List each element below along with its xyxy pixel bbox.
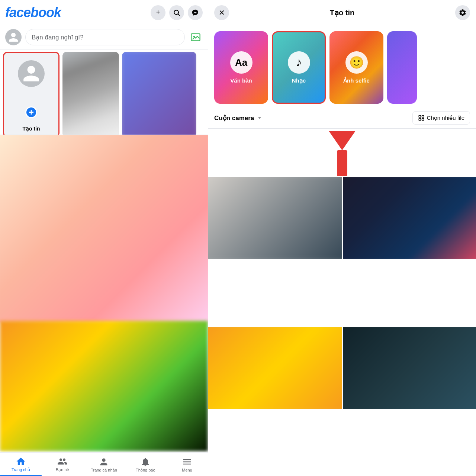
story-plus-icon: +	[25, 106, 37, 118]
select-files-button[interactable]: Chọn nhiều file	[412, 111, 470, 125]
feed-post-2	[0, 321, 208, 451]
svg-rect-4	[419, 115, 421, 117]
right-panel: ✕ Tạo tin Aa Văn bàn ♪ Nhạc 🙂	[208, 0, 476, 476]
camera-roll-dropdown[interactable]: Cuộn camera	[214, 114, 263, 122]
gallery-thumb-1	[208, 177, 342, 259]
gallery-thumb-3	[208, 327, 342, 409]
close-button[interactable]: ✕	[214, 5, 229, 20]
chevron-down-icon	[256, 115, 263, 121]
story-type-selfie[interactable]: 🙂 Ảnh selfie	[329, 31, 383, 104]
nav-notifications[interactable]: Thông báo	[125, 455, 166, 474]
gallery-thumb-4	[343, 327, 476, 409]
photo-upload-button[interactable]	[189, 30, 203, 44]
text-icon: Aa	[235, 57, 247, 68]
nav-friends[interactable]: Bạn bè	[42, 455, 83, 474]
feed	[0, 135, 208, 476]
svg-line-1	[178, 14, 180, 16]
red-arrow-up	[329, 132, 356, 176]
feed-image-1	[0, 135, 208, 323]
svg-rect-5	[422, 115, 424, 117]
bottom-nav: Trang chủ Bạn bè Trang cá nhân Thông báo…	[0, 452, 208, 476]
camera-roll-label: Cuộn camera	[214, 114, 254, 122]
story-type-music[interactable]: ♪ Nhạc	[272, 31, 326, 104]
music-icon: ♪	[296, 55, 302, 69]
right-header: ✕ Tạo tin	[208, 0, 476, 25]
nav-profile-label: Trang cá nhân	[91, 468, 117, 472]
create-story-label: Tạo tin	[22, 123, 40, 135]
svg-point-0	[174, 10, 178, 15]
gallery-item-1[interactable]	[208, 177, 342, 259]
settings-button[interactable]	[455, 5, 470, 20]
story-types-row: Aa Văn bàn ♪ Nhạc 🙂 Ảnh selfie	[208, 25, 476, 107]
gallery-grid	[208, 177, 476, 476]
arrow-head	[329, 131, 356, 150]
text-type-label: Văn bàn	[230, 77, 252, 84]
feed-post-1	[0, 135, 208, 321]
story-type-text[interactable]: Aa Văn bàn	[214, 31, 268, 104]
gallery-item-4[interactable]	[343, 327, 476, 409]
facebook-logo: facebook	[5, 5, 61, 20]
gallery-thumb-2	[343, 177, 476, 259]
music-type-label: Nhạc	[292, 77, 306, 84]
story-avatar-area	[18, 60, 45, 87]
feed-image-2	[0, 321, 208, 451]
svg-rect-6	[419, 119, 421, 120]
header-icons: +	[151, 5, 203, 20]
nav-notif-label: Thông báo	[136, 468, 155, 472]
left-header: facebook +	[0, 0, 208, 25]
left-panel: facebook + Bạn đang nghĩ gì?	[0, 0, 208, 476]
nav-home[interactable]: Trang chủ	[0, 455, 42, 474]
camera-roll-header: Cuộn camera Chọn nhiều file	[208, 107, 476, 129]
stories-row: + Tạo tin	[0, 49, 208, 135]
story-type-partial[interactable]	[387, 31, 417, 104]
post-input[interactable]: Bạn đang nghĩ gì?	[25, 29, 185, 45]
selfie-icon-circle: 🙂	[345, 51, 368, 74]
nav-menu[interactable]: Menu	[166, 455, 208, 474]
add-button[interactable]: +	[151, 5, 165, 20]
gallery-item-3[interactable]	[208, 327, 342, 409]
select-files-label: Chọn nhiều file	[427, 115, 464, 121]
post-box: Bạn đang nghĩ gì?	[0, 25, 208, 49]
user-avatar	[5, 29, 22, 45]
nav-home-label: Trang chủ	[12, 467, 30, 472]
multi-select-icon	[418, 115, 425, 121]
arrow-shaft	[337, 150, 347, 176]
arrow-annotation	[208, 129, 476, 177]
text-icon-circle: Aa	[230, 51, 253, 74]
selfie-type-label: Ảnh selfie	[343, 77, 370, 84]
svg-rect-7	[422, 119, 424, 120]
nav-friends-label: Bạn bè	[56, 467, 69, 472]
search-button[interactable]	[169, 5, 184, 20]
story-thumb-1[interactable]	[62, 52, 119, 135]
messenger-button[interactable]	[188, 5, 203, 20]
nav-menu-label: Menu	[182, 468, 192, 472]
close-icon: ✕	[219, 8, 225, 17]
create-story-card[interactable]: + Tạo tin	[3, 52, 60, 135]
story-avatar-bg	[18, 60, 45, 87]
music-icon-circle: ♪	[288, 51, 310, 74]
story-thumb-2[interactable]	[122, 52, 196, 135]
nav-profile[interactable]: Trang cá nhân	[83, 455, 125, 474]
selfie-icon: 🙂	[349, 55, 364, 70]
gallery-item-2[interactable]	[343, 177, 476, 259]
tao-tin-title: Tạo tin	[229, 8, 455, 17]
